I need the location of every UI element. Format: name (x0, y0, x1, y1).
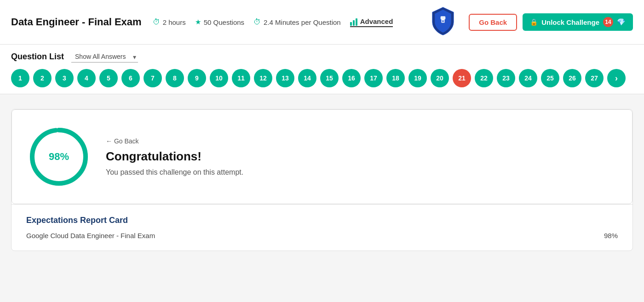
question-bubble-16[interactable]: 16 (342, 69, 361, 87)
congrats-heading: Congratulations! (106, 149, 617, 164)
question-bubble-9[interactable]: 9 (188, 69, 206, 87)
question-bubble-12[interactable]: 12 (254, 69, 272, 87)
question-bubble-23[interactable]: 23 (497, 69, 515, 87)
question-bubble-11[interactable]: 11 (232, 69, 250, 87)
go-back-link[interactable]: ← Go Back (106, 137, 617, 145)
show-answers-wrapper[interactable]: Show All Answers Show Correct Show Incor… (71, 51, 138, 63)
svg-point-2 (443, 20, 444, 22)
question-list-header: Question List Show All Answers Show Corr… (11, 51, 633, 63)
question-bubble-21[interactable]: 21 (453, 69, 471, 87)
unlock-challenge-button[interactable]: 🔒 Unlock Challenge 14 💎 (523, 13, 633, 31)
question-bubble-17[interactable]: 17 (364, 69, 383, 87)
lock-icon: 🔒 (530, 18, 538, 26)
question-list-section: Question List Show All Answers Show Corr… (0, 45, 644, 94)
question-bubble-2[interactable]: 2 (33, 69, 52, 87)
question-bubbles: 1 2 3 4 5 6 7 8 9 10 11 12 13 14 15 16 1… (11, 69, 633, 87)
show-answers-select[interactable]: Show All Answers Show Correct Show Incor… (71, 51, 138, 63)
question-bubble-5[interactable]: 5 (99, 69, 118, 87)
header-buttons: Go Back 🔒 Unlock Challenge 14 💎 (469, 13, 633, 31)
question-bubble-19[interactable]: 19 (408, 69, 427, 87)
question-bubble-24[interactable]: 24 (519, 69, 537, 87)
question-bubble-6[interactable]: 6 (121, 69, 140, 87)
report-exam-label: Google Cloud Data Engineer - Final Exam (26, 232, 155, 239)
questions-label: 50 Questions (204, 18, 244, 26)
question-bubble-7[interactable]: 7 (144, 69, 162, 87)
clock2-icon: ⏱ (253, 18, 261, 26)
advanced-badge: Advanced (350, 17, 393, 27)
congrats-content: ← Go Back Congratulations! You passed th… (106, 137, 617, 177)
star-icon: ★ (195, 18, 201, 26)
question-bubble-14[interactable]: 14 (298, 69, 316, 87)
shield-icon (428, 6, 458, 36)
duration-label: 2 hours (163, 18, 186, 26)
report-exam-score: 98% (604, 232, 618, 239)
question-bubble-26[interactable]: 26 (563, 69, 581, 87)
time-per-question-label: 2.4 Minutes per Question (264, 18, 341, 26)
duration-item: ⏱ 2 hours (153, 18, 186, 26)
shield-container (428, 6, 458, 38)
report-row: Google Cloud Data Engineer - Final Exam … (26, 232, 618, 239)
question-bubble-15[interactable]: 15 (320, 69, 339, 87)
questions-item: ★ 50 Questions (195, 18, 244, 26)
congrats-subtext: You passed this challenge on this attemp… (106, 168, 617, 177)
header: Data Engineer - Final Exam ⏱ 2 hours ★ 5… (0, 0, 644, 45)
page-title: Data Engineer - Final Exam (11, 16, 142, 28)
question-bubble-4[interactable]: 4 (77, 69, 96, 87)
question-bubble-8[interactable]: 8 (166, 69, 184, 87)
report-section: Expectations Report Card Google Cloud Da… (12, 204, 632, 251)
question-bubble-3[interactable]: 3 (55, 69, 74, 87)
bars-icon (350, 17, 357, 26)
header-meta: ⏱ 2 hours ★ 50 Questions ⏱ 2.4 Minutes p… (153, 17, 418, 27)
main-content: 98% ← Go Back Congratulations! You passe… (0, 94, 644, 278)
question-bubble-18[interactable]: 18 (386, 69, 405, 87)
go-back-button[interactable]: Go Back (469, 14, 517, 31)
combined-card: 98% ← Go Back Congratulations! You passe… (11, 109, 633, 251)
clock-icon: ⏱ (153, 18, 160, 26)
congrats-card: 98% ← Go Back Congratulations! You passe… (12, 109, 632, 204)
question-bubble-1[interactable]: 1 (11, 69, 29, 87)
progress-percent-label: 98% (49, 151, 69, 163)
progress-circle: 98% (27, 125, 91, 189)
level-label: Advanced (360, 17, 393, 25)
question-bubble-10[interactable]: 10 (210, 69, 228, 87)
unlock-label: Unlock Challenge (541, 18, 599, 26)
time-per-question-item: ⏱ 2.4 Minutes per Question (253, 18, 341, 26)
gem-icon: 💎 (617, 18, 626, 26)
report-title: Expectations Report Card (26, 216, 618, 225)
question-bubble-27[interactable]: 27 (585, 69, 604, 87)
question-bubble-20[interactable]: 20 (431, 69, 449, 87)
question-bubble-overflow[interactable]: › (607, 69, 626, 87)
question-bubble-13[interactable]: 13 (276, 69, 294, 87)
question-bubble-22[interactable]: 22 (475, 69, 493, 87)
question-bubble-25[interactable]: 25 (541, 69, 559, 87)
unlock-count-badge: 14 (603, 17, 613, 27)
question-list-title: Question List (11, 52, 64, 62)
